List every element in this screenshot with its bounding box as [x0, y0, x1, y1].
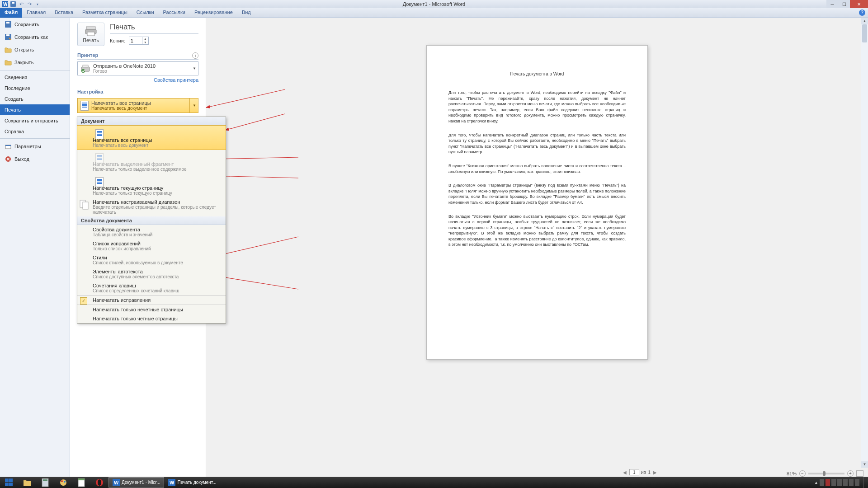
tb-calc[interactable] [36, 477, 54, 488]
printer-device-icon [80, 64, 90, 73]
dd-autotext[interactable]: Элементы автотекстаСписок доступных элем… [77, 267, 226, 281]
checkmark-icon: ✓ [80, 297, 87, 305]
svg-rect-18 [83, 202, 88, 209]
next-page-button[interactable]: ▶ [652, 470, 658, 475]
tab-insert[interactable]: Вставка [50, 8, 78, 18]
spinner-down[interactable]: ▼ [142, 41, 148, 44]
zoom-in-button[interactable]: + [847, 470, 854, 477]
tb-explorer[interactable] [18, 477, 36, 488]
save-icon[interactable] [10, 1, 16, 7]
sidebar-saveas[interactable]: Сохранить как [0, 31, 70, 43]
tray-item[interactable] [855, 479, 859, 486]
sidebar-new[interactable]: Создать [0, 94, 70, 104]
printer-selector[interactable]: Отправить в OneNote 2010 Готово ▼ [77, 61, 198, 75]
scrollbar-thumb[interactable] [862, 24, 867, 42]
titlebar: W ↶ ↷ ▼ Документ1 - Microsoft Word ─ ☐ ✕ [0, 0, 868, 8]
window-title: Документ1 - Microsoft Word [403, 1, 465, 7]
vertical-scrollbar[interactable]: ▲ ▼ [861, 18, 868, 468]
tray-up-icon[interactable]: ▲ [814, 480, 818, 485]
svg-rect-9 [5, 145, 11, 146]
tab-layout[interactable]: Разметка страницы [78, 8, 132, 18]
close-file-icon [5, 59, 12, 66]
dd-print-markup[interactable]: ✓Напечатать исправления [77, 296, 226, 305]
page-number-input[interactable] [629, 469, 639, 475]
tb-opera[interactable] [90, 477, 108, 488]
zoom-slider[interactable] [808, 473, 844, 474]
svg-text:W: W [3, 2, 8, 7]
system-tray[interactable]: ▲ [814, 477, 866, 488]
sidebar-recent[interactable]: Последние [0, 83, 70, 94]
svg-rect-27 [5, 483, 9, 486]
sidebar-close[interactable]: Закрыть [0, 56, 70, 69]
spinner-up[interactable]: ▲ [142, 37, 148, 41]
document-icon [95, 177, 104, 187]
dd-doc-props[interactable]: Свойства документаТаблица свойств и знач… [77, 225, 226, 239]
dd-styles[interactable]: СтилиСписок стилей, используемых в докум… [77, 253, 226, 267]
dd-shortcuts[interactable]: Сочетания клавишСписок определенных соче… [77, 281, 226, 295]
tray-item[interactable] [831, 479, 836, 486]
redo-icon[interactable]: ↷ [26, 1, 33, 7]
start-button[interactable] [0, 477, 18, 488]
tb-word-1[interactable]: WДокумент1 - Micr... [108, 477, 164, 488]
sidebar-open[interactable]: Открыть [0, 43, 70, 56]
sidebar-help[interactable]: Справка [0, 126, 70, 137]
sidebar-options[interactable]: Параметры [0, 140, 70, 153]
scroll-down-button[interactable]: ▼ [861, 461, 868, 468]
qat-dropdown-icon[interactable]: ▼ [34, 1, 41, 7]
dd-odd-pages[interactable]: Напечатать только нечетные страницы [77, 305, 226, 314]
svg-rect-5 [6, 22, 9, 23]
copies-input[interactable] [129, 38, 142, 43]
help-icon[interactable]: ? [859, 9, 865, 16]
saveas-icon [5, 33, 12, 41]
tb-word-2[interactable]: WПечать документ... [164, 477, 220, 488]
tray-item[interactable] [843, 479, 848, 486]
printer-properties-link[interactable]: Свойства принтера [77, 77, 198, 83]
tray-item[interactable] [820, 479, 824, 486]
dd-print-all[interactable]: Напечатать все страницы Напечатать весь … [77, 125, 226, 150]
svg-point-33 [64, 481, 66, 483]
tab-file[interactable]: Файл [0, 8, 22, 18]
dd-print-custom[interactable]: Напечатать настраиваемый диапазон Введит… [77, 197, 226, 216]
exit-icon [5, 155, 12, 163]
undo-icon[interactable]: ↶ [18, 1, 24, 7]
prev-page-button[interactable]: ◀ [622, 470, 627, 475]
dd-print-selection[interactable]: Напечатать выделенный фрагмент Напечатат… [77, 150, 226, 174]
show-desktop-button[interactable] [863, 477, 866, 488]
close-button[interactable]: ✕ [850, 0, 868, 8]
tab-review[interactable]: Рецензирование [190, 8, 237, 18]
tb-notepad[interactable] [72, 477, 90, 488]
doc-title: Печать документа в Word [448, 71, 626, 77]
tab-view[interactable]: Вид [237, 8, 255, 18]
taskbar: WДокумент1 - Micr... WПечать документ...… [0, 477, 868, 488]
svg-point-31 [60, 479, 66, 486]
svg-point-37 [98, 479, 101, 486]
tray-item[interactable] [826, 479, 830, 486]
maximize-button[interactable]: ☐ [838, 0, 850, 8]
minimize-button[interactable]: ─ [826, 0, 838, 8]
tray-item[interactable] [837, 479, 842, 486]
dd-even-pages[interactable]: Напечатать только четные страницы [77, 314, 226, 323]
dd-revisions[interactable]: Список исправленийТолько список исправле… [77, 239, 226, 253]
scroll-up-button[interactable]: ▲ [861, 18, 868, 24]
tray-item[interactable] [849, 479, 854, 486]
copies-spinner[interactable]: ▲▼ [129, 37, 149, 45]
info-icon[interactable]: i [192, 52, 198, 59]
sidebar-exit[interactable]: Выход [0, 153, 70, 165]
tb-paint[interactable] [54, 477, 72, 488]
sidebar-share[interactable]: Сохранить и отправить [0, 115, 70, 126]
tab-references[interactable]: Ссылки [132, 8, 159, 18]
print-range-combo[interactable]: Напечатать все страницы Напечатать весь … [77, 98, 198, 113]
tab-home[interactable]: Главная [22, 8, 50, 18]
sidebar-save[interactable]: Сохранить [0, 18, 70, 31]
svg-rect-11 [86, 27, 95, 29]
sidebar-info[interactable]: Сведения [0, 72, 70, 83]
print-preview: Печать документа в Word Для того, чтобы … [206, 18, 868, 477]
tab-mailings[interactable]: Рассылки [159, 8, 190, 18]
dd-print-current[interactable]: Напечатать текущую страницу Напечатать т… [77, 174, 226, 197]
fit-page-button[interactable] [856, 470, 863, 477]
dropdown-arrow-icon: ▼ [193, 66, 196, 70]
print-button[interactable]: Печать [77, 23, 104, 46]
sidebar-print[interactable]: Печать [0, 104, 70, 115]
zoom-out-button[interactable]: − [799, 470, 806, 477]
document-icon [80, 101, 89, 111]
